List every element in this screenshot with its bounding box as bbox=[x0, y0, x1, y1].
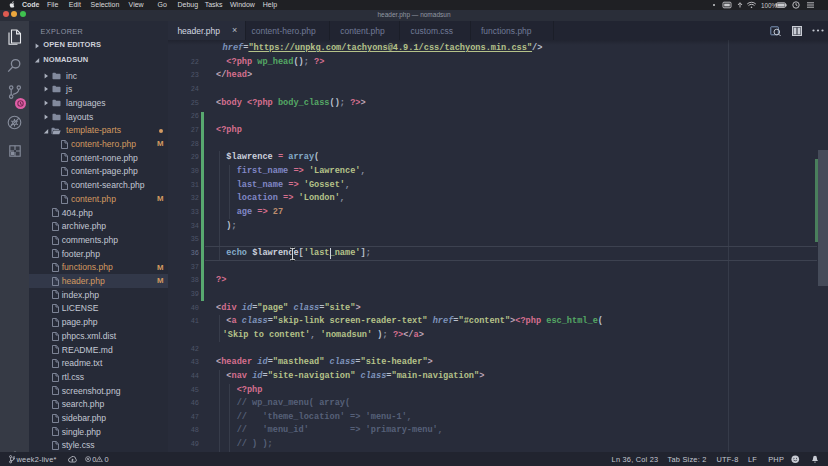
svg-text:100%: 100% bbox=[761, 2, 778, 9]
